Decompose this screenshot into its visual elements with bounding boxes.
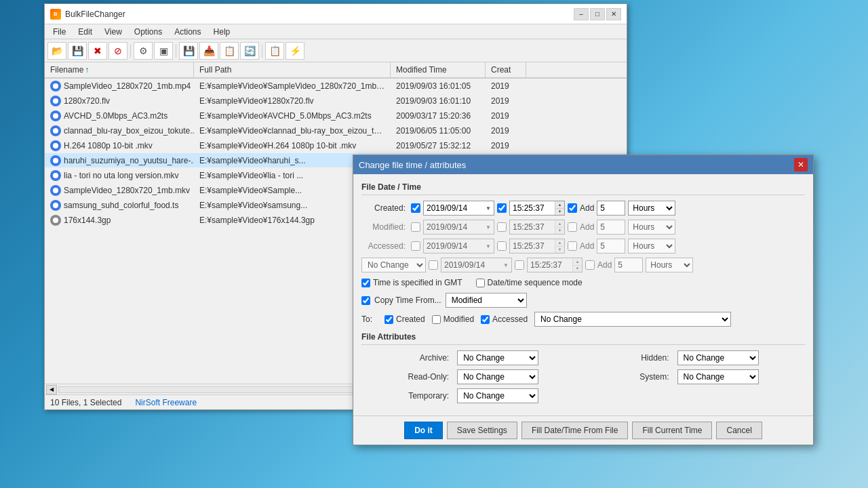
scroll-left-btn[interactable]: ◀ [46,385,57,394]
fill-current-time-button[interactable]: Fill Current Time [632,422,712,439]
accessed-add-checkbox[interactable] [568,241,577,251]
fourth-time-field[interactable]: 15:25:37 ▲ ▼ [527,258,583,272]
maximize-button[interactable]: □ [590,8,605,20]
created-checkbox[interactable] [411,203,420,213]
file-icon [50,110,61,121]
to-modified-checkbox[interactable] [432,315,441,324]
created-add-checkbox[interactable] [568,203,577,213]
fourth-checkbox[interactable] [429,260,438,270]
accessed-time-field[interactable]: 15:25:37 ▲ ▼ [509,239,565,253]
modified-date-field[interactable]: 2019/09/14 ▼ [423,220,494,235]
menu-file[interactable]: File [47,26,71,38]
fourth-time-up[interactable]: ▲ [573,258,582,266]
to-no-change-select[interactable]: No Change Change [534,312,731,327]
toolbar-copy[interactable]: 📋 [220,42,239,60]
minimize-button[interactable]: – [574,8,589,20]
file-created-cell: 2019 [486,95,526,107]
table-row[interactable]: H.264 1080p 10-bit .mkv E:¥sample¥Video¥… [45,138,627,153]
toolbar-open[interactable]: 📂 [47,42,66,60]
system-select[interactable]: No Change Set Clear [677,369,759,384]
save-settings-button[interactable]: Save Settings [447,422,517,439]
col-header-modified[interactable]: Modified Time [391,62,486,77]
created-time-spinners: ▲ ▼ [555,201,564,215]
accessed-time-up[interactable]: ▲ [555,239,564,247]
fourth-add-checkbox[interactable] [585,260,595,270]
table-row[interactable]: AVCHD_5.0Mbps_AC3.m2ts E:¥sample¥Video¥A… [45,108,627,123]
created-time-field[interactable]: 15:25:37 ▲ ▼ [509,201,565,216]
fourth-time-down[interactable]: ▼ [573,266,582,272]
sequence-option[interactable]: Date/time sequence mode [476,278,583,287]
menu-actions[interactable]: Actions [169,26,206,38]
sequence-checkbox[interactable] [476,279,485,287]
dialog-close-button[interactable]: ✕ [794,158,808,171]
menu-options[interactable]: Options [129,26,167,38]
table-row[interactable]: 868x488.flv E:¥sample¥Video¥868x488.fl… [45,94,627,108]
created-date-field[interactable]: 2019/09/14 ▼ [423,201,494,216]
to-modified-option[interactable]: Modified [432,314,474,324]
toolbar-import[interactable]: 📥 [199,42,218,60]
copy-time-checkbox[interactable] [361,296,370,305]
accessed-checkbox[interactable] [411,241,420,251]
toolbar-export[interactable]: 💾 [179,42,198,60]
close-app-button[interactable]: ✕ [606,8,621,20]
modified-hours-select[interactable]: Hours [628,220,675,235]
fill-date-time-button[interactable]: Fill Date/Time From File [521,422,629,439]
accessed-time-down[interactable]: ▼ [555,247,564,253]
to-accessed-option[interactable]: Accessed [481,314,528,324]
nirsoft-link[interactable]: NirSoft Freeware [135,398,197,407]
do-it-button[interactable]: Do it [404,422,443,439]
col-header-created[interactable]: Creat [486,62,526,77]
to-created-checkbox[interactable] [384,315,393,324]
readonly-select[interactable]: No Change Set Clear [457,369,538,384]
file-icon [50,215,61,226]
fourth-add-input[interactable] [614,258,643,272]
created-add-input[interactable] [597,201,625,216]
modified-time-checkbox[interactable] [497,222,507,232]
menu-edit[interactable]: Edit [73,26,98,38]
created-hours-select[interactable]: Hours Minutes Seconds Days [628,201,675,216]
created-time-checkbox[interactable] [497,203,507,213]
fourth-hours-select[interactable]: Hours [646,258,693,272]
created-time-up[interactable]: ▲ [555,201,564,209]
accessed-time-checkbox[interactable] [497,241,507,251]
created-time-down[interactable]: ▼ [555,209,564,216]
fourth-no-change-select[interactable]: No Change Change [361,258,426,272]
fourth-date-field[interactable]: 2019/09/14 ▼ [441,258,512,272]
toolbar-save[interactable]: 💾 [68,42,87,60]
toolbar-refresh[interactable]: 🔄 [240,42,259,60]
gmt-checkbox[interactable] [361,279,370,287]
toolbar-extra1[interactable]: 📋 [265,42,284,60]
menu-view[interactable]: View [99,26,127,38]
fourth-time-checkbox[interactable] [515,260,524,270]
modified-add-checkbox[interactable] [568,222,577,232]
hidden-select[interactable]: No Change Set Clear [677,350,759,365]
cancel-button[interactable]: Cancel [716,422,762,439]
table-row[interactable]: clannad_blu-ray_box_eizou_tokute... E:¥s… [45,123,627,138]
title-controls: – □ ✕ [574,8,621,20]
modified-time-up[interactable]: ▲ [555,220,564,228]
accessed-date-field[interactable]: 2019/09/14 ▼ [423,239,494,253]
toolbar-stop[interactable]: ⊘ [108,42,127,60]
menu-help[interactable]: Help [208,26,236,38]
modified-add-input[interactable] [597,220,625,235]
modified-time-field[interactable]: 15:25:37 ▲ ▼ [509,220,565,235]
to-created-option[interactable]: Created [384,314,425,324]
modified-time-down[interactable]: ▼ [555,228,564,235]
toolbar-view[interactable]: ▣ [154,42,173,60]
toolbar-extra2[interactable]: ⚡ [285,42,304,60]
accessed-add-input[interactable] [597,239,625,253]
to-accessed-checkbox[interactable] [481,315,490,324]
toolbar-remove[interactable]: ✖ [88,42,107,60]
gmt-option[interactable]: Time is specified in GMT [361,278,462,287]
col-header-filename[interactable]: Filename ↑ [45,62,194,77]
toolbar-gear[interactable]: ⚙ [134,42,153,60]
accessed-hours-select[interactable]: Hours [628,239,675,253]
menu-bar: File Edit View Options Actions Help [45,24,627,39]
table-row[interactable]: SampleVideo_1280x720_1mb.mp4 E:¥sample¥V… [45,79,627,94]
modified-checkbox[interactable] [411,222,420,232]
temporary-select[interactable]: No Change Set Clear [457,388,538,403]
file-list-header: Filename ↑ Full Path Modified Time Creat [45,62,627,79]
copy-time-source-select[interactable]: Modified Created Accessed [446,293,527,308]
archive-select[interactable]: No Change Set Clear [457,350,538,365]
col-header-path[interactable]: Full Path [194,62,391,77]
